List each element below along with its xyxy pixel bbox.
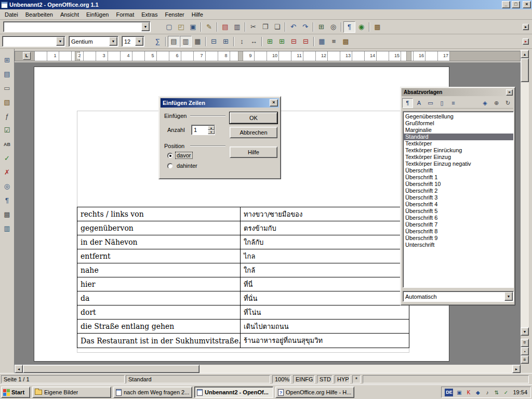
copy-icon[interactable]: ❐ (259, 21, 271, 33)
dropdown-icon[interactable]: ▼ (141, 22, 150, 31)
page-styles-icon[interactable]: ▯ (436, 98, 447, 108)
scroll-up-button[interactable]: ▲ (521, 50, 529, 58)
save-document-icon[interactable]: ▣ (187, 21, 199, 33)
cell-german[interactable]: dort (77, 305, 241, 319)
autotext-icon[interactable]: AB (1, 138, 14, 150)
dropdown-icon[interactable]: ▼ (109, 37, 117, 46)
style-item[interactable]: Textkörper Einzug (403, 154, 513, 161)
delete-row-icon[interactable]: ⊟ (288, 36, 300, 47)
redo-icon[interactable]: ↷ (299, 21, 311, 33)
cell-german[interactable]: hier (77, 277, 241, 291)
online-layout-icon[interactable]: ▥ (1, 222, 14, 234)
cell-thai[interactable]: เดินไปตามถนน (241, 320, 409, 333)
navigation-button[interactable]: ● (521, 347, 529, 355)
style-item[interactable]: Überschrift 7 (403, 221, 513, 228)
table-row[interactable]: rechts / links vonทางขวา/ซายมือของ (77, 207, 409, 221)
previous-page-button[interactable]: ⇈ (521, 339, 529, 347)
start-button[interactable]: Start (1, 387, 30, 398)
status-hyperlink-mode[interactable]: HYP (335, 375, 350, 383)
style-list[interactable]: GegenüberstellungGrußformelMarginalieSta… (403, 111, 514, 288)
vertical-scrollbar-track[interactable] (521, 58, 529, 327)
menu-item-hilfe[interactable]: Hilfe (188, 10, 207, 19)
next-page-button[interactable]: ⇊ (521, 355, 529, 364)
language-indicator[interactable]: DE (445, 389, 453, 396)
style-item[interactable]: Überschrift 2 (403, 188, 513, 194)
radio-unselected-icon[interactable] (167, 163, 173, 169)
cancel-button[interactable]: Abbrechen (230, 127, 277, 138)
spin-up-icon[interactable]: ▲ (208, 126, 215, 130)
antivirus-icon[interactable]: K (464, 389, 472, 396)
spellcheck-icon[interactable]: ✓ (1, 152, 14, 164)
menu-item-datei[interactable]: Datei (1, 10, 22, 19)
scroll-down-button[interactable]: ▼ (521, 327, 529, 336)
style-item[interactable]: Überschrift (403, 167, 513, 174)
style-item[interactable]: Überschrift 8 (403, 228, 513, 235)
style-item[interactable]: Textkörper Einzug negativ (403, 161, 513, 167)
scroll-left-button[interactable]: ◄ (15, 365, 23, 373)
hyperlink-dialog-icon[interactable]: ◉ (355, 21, 367, 33)
insert-column-icon[interactable]: ⊞ (276, 36, 288, 47)
style-item[interactable]: Überschrift 9 (403, 235, 513, 242)
ruler-column-marker[interactable] (238, 51, 243, 61)
cell-german[interactable]: in der Nähevon (77, 235, 241, 249)
stylist-onoff-icon[interactable]: ¶ (343, 21, 355, 33)
line-style-icon[interactable]: ≡ (328, 36, 340, 47)
cell-german[interactable]: gegenübervon (77, 221, 241, 235)
table-row[interactable]: dortที่โน่น (77, 305, 409, 320)
update-style-icon[interactable]: ↻ (502, 98, 513, 108)
menu-item-bearbeiten[interactable]: Bearbeiten (22, 10, 57, 19)
sum-icon[interactable]: ∑ (152, 36, 164, 47)
radio-selected-icon[interactable] (167, 153, 173, 158)
table-row[interactable]: naheใกล้ (77, 263, 409, 277)
variable-width-icon[interactable]: ▦ (192, 36, 204, 47)
display-settings-icon[interactable]: ▣ (455, 389, 463, 396)
ruler-column-marker[interactable] (406, 51, 411, 61)
frame-styles-icon[interactable]: ▭ (425, 98, 436, 108)
gallery-icon[interactable]: ▩ (371, 21, 383, 33)
dialog-titlebar[interactable]: Einfügen Zeilen × (161, 98, 279, 108)
quickstarter-icon[interactable]: ◆ (474, 389, 482, 396)
fixed-proportional-icon[interactable]: ▥ (180, 36, 192, 47)
menu-item-fenster[interactable]: Fenster (161, 10, 188, 19)
window-titlebar[interactable]: Unbenannt2 - OpenOffice.org 1.1 _ □ × (0, 0, 532, 9)
merge-cells-icon[interactable]: ⊟ (208, 36, 220, 47)
background-color-icon[interactable]: ▩ (340, 36, 352, 47)
scroll-right-button[interactable]: ► (512, 365, 521, 373)
edit-file-icon[interactable]: ✎ (203, 21, 215, 33)
open-document-icon[interactable]: ◰ (175, 21, 187, 33)
volume-icon[interactable]: ♪ (483, 389, 491, 396)
table-row[interactable]: daที่นั่น (77, 291, 409, 305)
close-icon[interactable]: × (523, 1, 531, 8)
maximize-icon[interactable]: □ (512, 1, 520, 8)
font-name-combo[interactable]: Gentium ▼ (69, 36, 118, 47)
style-item[interactable]: Standard (403, 134, 513, 140)
style-item[interactable]: Überschrift 6 (403, 215, 513, 221)
style-item[interactable]: Überschrift 10 (403, 181, 513, 188)
table-row[interactable]: Das Restaurant ist in der Sukhumvitstraß… (77, 334, 409, 348)
close-icon[interactable]: × (506, 89, 513, 96)
vertical-scrollbar-thumb[interactable] (521, 58, 529, 82)
cell-thai[interactable]: ใกล้กับ (241, 235, 409, 249)
form-functions-icon[interactable]: ☑ (1, 124, 14, 136)
dropdown-icon[interactable]: ▼ (504, 292, 513, 301)
status-zoom[interactable]: 100% (272, 375, 291, 383)
status-insert-mode[interactable]: EINFG (293, 375, 315, 383)
font-size-combo[interactable]: 12 ▼ (122, 36, 144, 47)
style-item[interactable]: Überschrift 3 (403, 194, 513, 201)
menu-item-format[interactable]: Format (112, 10, 138, 19)
tab-stop-selector[interactable]: L (23, 52, 31, 60)
navigator-icon[interactable]: ⊞ (315, 21, 327, 33)
style-item[interactable]: Unterschrift (403, 242, 513, 248)
taskbar-task[interactable]: OpenOffice.org Hilfe - H... (275, 387, 354, 398)
split-cells-icon[interactable]: ⊞ (220, 36, 232, 47)
table-row[interactable]: hierที่นี่ (77, 277, 409, 291)
style-item[interactable]: Grußformel (403, 120, 513, 127)
url-combo[interactable]: ▼ (3, 21, 151, 32)
zoom-icon[interactable]: ◎ (327, 21, 339, 33)
delete-column-icon[interactable]: ⊟ (300, 36, 312, 47)
cell-german[interactable]: nahe (77, 263, 241, 277)
insert-section-icon[interactable]: ▤ (1, 68, 14, 80)
horizontal-scrollbar-thumb[interactable] (23, 365, 200, 373)
nonprinting-characters-icon[interactable]: ¶ (1, 194, 14, 206)
fixed-width-icon[interactable]: ▤ (168, 36, 180, 47)
